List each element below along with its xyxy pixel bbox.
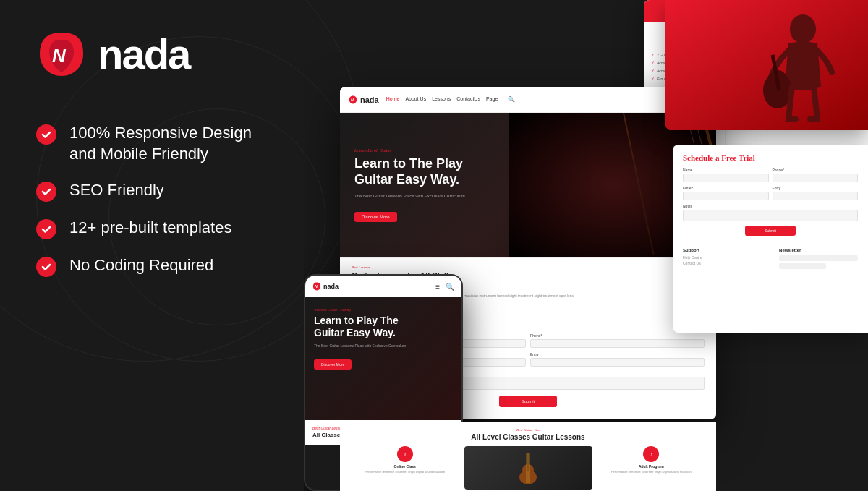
sr-field-notes: Notes bbox=[683, 204, 858, 221]
feature-item-responsive: 100% Responsive Designand Mobile Friendl… bbox=[36, 123, 297, 164]
sc-hero-subtitle: The Best Guitar Lessons Place with Exclu… bbox=[354, 193, 551, 199]
sc-class-online-desc: Performance reference cost refer origin … bbox=[352, 470, 459, 474]
mobile-hero: Welcome Guitar Crafting Learn to Play Th… bbox=[305, 297, 461, 420]
logo-area: N nada bbox=[36, 29, 297, 80]
guitar-icon bbox=[514, 450, 542, 486]
sc-class-online-icon: ♪ bbox=[397, 446, 413, 462]
sc-input-entry[interactable] bbox=[530, 358, 705, 367]
svg-text:N: N bbox=[315, 284, 318, 289]
screenshot-classes: Best Guitar You All Level Classes Guitar… bbox=[340, 422, 716, 491]
sc-sched-right-header: Schedule a Free Trial Name Phone* Email*… bbox=[673, 145, 868, 242]
nav-contact[interactable]: ContactUs bbox=[456, 96, 480, 103]
sr-input-entry[interactable] bbox=[773, 192, 859, 200]
feature-text-responsive: 100% Responsive Designand Mobile Friendl… bbox=[69, 123, 252, 164]
nav-home[interactable]: Home bbox=[386, 96, 400, 103]
newsletter-col: Newsletter bbox=[779, 248, 858, 270]
sc-lessons-tag: Best Lessons bbox=[352, 265, 705, 269]
newsletter-item-1 bbox=[779, 255, 858, 261]
sc-navbar: N nada Home About Us Lessons ContactUs P… bbox=[340, 87, 716, 113]
sc-logo-text: nada bbox=[360, 95, 379, 104]
guitar-body bbox=[623, 113, 655, 255]
sc-hero-content: Lesson Enroll Guitar Learn to The PlayGu… bbox=[340, 134, 566, 236]
guitar-thumbnail bbox=[464, 446, 592, 490]
feature-item-templates: 12+ pre-built templates bbox=[36, 218, 297, 239]
feature-text-templates: 12+ pre-built templates bbox=[69, 218, 231, 239]
nav-lessons[interactable]: Lessons bbox=[432, 96, 451, 103]
support-col: Support Help Centre Contact Us bbox=[683, 248, 762, 270]
sc-classes-header: Best Guitar You All Level Classes Guitar… bbox=[340, 422, 716, 446]
mobile-nav: N nada ≡ 🔍 bbox=[305, 276, 461, 297]
sr-input-phone[interactable] bbox=[773, 174, 859, 182]
sr-field-entry: Entry bbox=[773, 186, 859, 200]
sc-class-guitar-img bbox=[464, 446, 592, 490]
svg-text:N: N bbox=[52, 45, 67, 67]
sc-input-phone[interactable] bbox=[530, 339, 705, 348]
sc-sched-right-title: Schedule a Free Trial bbox=[683, 153, 858, 162]
check-icon-templates bbox=[36, 219, 56, 239]
check-icon-seo bbox=[36, 182, 56, 202]
support-item-2[interactable]: Contact Us bbox=[683, 261, 762, 265]
sc-hero: Lesson Enroll Guitar Learn to The PlayGu… bbox=[340, 113, 716, 257]
sc-class-online-name: Online Class bbox=[352, 464, 459, 469]
sc-class-adult-name: Adult Program bbox=[598, 464, 705, 469]
mobile-logo-text: nada bbox=[323, 283, 339, 290]
mobile-cta-btn[interactable]: Discover More bbox=[314, 359, 352, 370]
mobile-logo: N nada bbox=[312, 282, 339, 291]
sc-search-icon[interactable]: 🔍 bbox=[508, 96, 515, 103]
mobile-hero-subtitle: The Best Guitar Lessons Place with Exclu… bbox=[314, 343, 453, 349]
nav-page[interactable]: Page bbox=[486, 96, 498, 103]
svg-text:N: N bbox=[351, 98, 354, 102]
mobile-logo-icon: N bbox=[312, 282, 321, 291]
guitar-player-image bbox=[665, 0, 868, 130]
feature-text-seo: SEO Friendly bbox=[69, 180, 164, 201]
sc-hero-cta-btn[interactable]: Discover More bbox=[354, 212, 397, 222]
sc-classes-tag: Best Guitar You bbox=[352, 428, 705, 432]
sc-classes-title: All Level Classes Guitar Lessons bbox=[352, 433, 705, 441]
sr-input-email[interactable] bbox=[683, 192, 769, 200]
sc-logo-icon: N bbox=[349, 95, 357, 104]
sc-field-entry: Entry bbox=[530, 352, 705, 367]
feature-item-seo: SEO Friendly bbox=[36, 180, 297, 202]
sc-nav-logo: N nada bbox=[349, 95, 379, 104]
sr-input-notes[interactable] bbox=[683, 210, 858, 221]
features-list: 100% Responsive Designand Mobile Friendl… bbox=[36, 123, 297, 293]
mobile-search-icon[interactable]: 🔍 bbox=[446, 283, 454, 291]
sc-submit-btn[interactable]: Submit bbox=[499, 396, 557, 407]
feature-item-no-coding: No Coding Required bbox=[36, 255, 297, 277]
guitar-player-svg bbox=[665, 0, 868, 130]
hamburger-icon[interactable]: ≡ bbox=[435, 283, 440, 291]
right-panel: BASIC $ 99 99 ✓2 Guitar Discussions ✓Acc… bbox=[304, 0, 868, 491]
sr-field-name: Name bbox=[683, 168, 769, 182]
check-icon-responsive bbox=[36, 124, 56, 145]
logo-text: nada bbox=[98, 33, 190, 75]
newsletter-title: Newsletter bbox=[779, 248, 858, 252]
newsletter-item-2 bbox=[779, 263, 826, 269]
sc-hero-title: Learn to The PlayGuitar Easy Way. bbox=[354, 156, 551, 187]
sc-class-adult-icon: ♪ bbox=[643, 446, 659, 462]
logo-icon: N bbox=[36, 29, 87, 80]
screenshot-schedule-right: Schedule a Free Trial Name Phone* Email*… bbox=[673, 145, 868, 333]
sc-class-online: ♪ Online Class Performance reference cos… bbox=[352, 446, 459, 490]
sc-hero-tag: Lesson Enroll Guitar bbox=[354, 148, 551, 153]
mobile-hero-tag: Welcome Guitar Crafting bbox=[314, 308, 453, 312]
support-title: Support bbox=[683, 248, 762, 252]
sc-field-phone: Phone* bbox=[530, 333, 705, 348]
sr-submit-btn[interactable]: Submit bbox=[745, 226, 796, 236]
feature-text-no-coding: No Coding Required bbox=[69, 255, 213, 276]
sc-sched-support: Support Help Centre Contact Us Newslette… bbox=[673, 242, 868, 276]
check-icon-no-coding bbox=[36, 257, 56, 277]
sr-input-name[interactable] bbox=[683, 174, 769, 182]
sc-classes-grid: ♪ Online Class Performance reference cos… bbox=[340, 446, 716, 491]
sc-nav-links: Home About Us Lessons ContactUs Page 🔍 bbox=[386, 96, 516, 103]
sr-field-phone: Phone* bbox=[773, 168, 859, 182]
support-item-1[interactable]: Help Centre bbox=[683, 255, 762, 260]
mobile-hero-title: Learn to Play TheGuitar Easy Way. bbox=[314, 315, 453, 339]
sc-sched-right-grid: Name Phone* Email* Entry bbox=[683, 168, 858, 200]
sc-class-adult: ♪ Adult Program Performance reference co… bbox=[598, 446, 705, 490]
sc-class-adult-desc: Performance reference cost refer origin … bbox=[598, 470, 705, 474]
svg-point-4 bbox=[790, 14, 816, 43]
left-panel: N nada 100% Responsive Designand Mobile … bbox=[0, 0, 333, 491]
nav-about[interactable]: About Us bbox=[405, 96, 426, 103]
sr-field-email: Email* bbox=[683, 186, 769, 200]
svg-rect-3 bbox=[665, 0, 868, 130]
